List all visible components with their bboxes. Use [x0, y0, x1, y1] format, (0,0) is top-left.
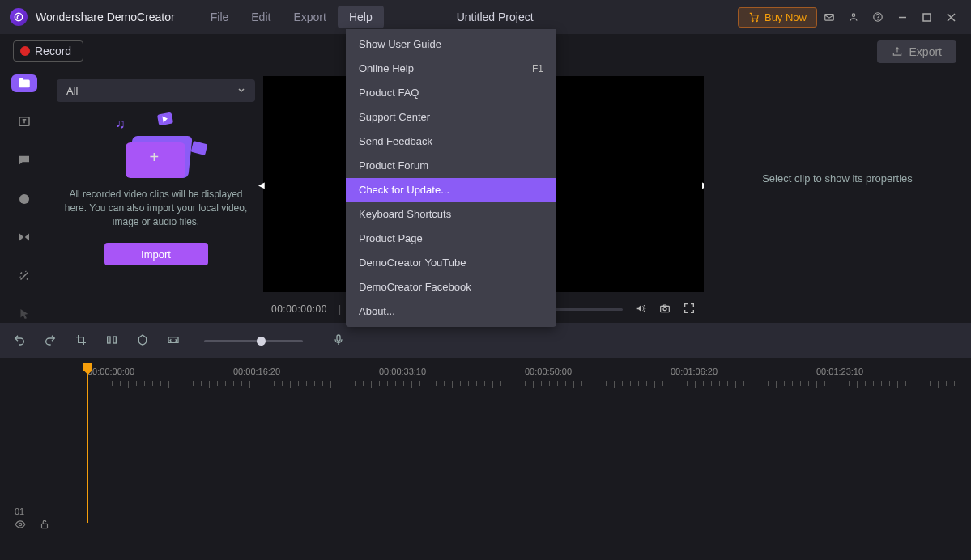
help-youtube[interactable]: DemoCreator YouTube: [346, 251, 556, 275]
minimize-button[interactable]: [890, 5, 914, 29]
help-keyboard-shortcuts[interactable]: Keyboard Shortcuts: [346, 202, 556, 227]
properties-panel: Export Select clip to show its propertie…: [704, 34, 971, 323]
help-product-page[interactable]: Product Page: [346, 227, 556, 251]
svg-point-1: [752, 20, 753, 22]
rail-media[interactable]: [11, 74, 37, 92]
timeline-toolbar: [0, 323, 971, 358]
rail-annotation[interactable]: [11, 151, 37, 169]
menu-file[interactable]: File: [199, 6, 241, 28]
marker-button[interactable]: [136, 333, 149, 349]
maximize-button[interactable]: [914, 5, 939, 29]
svg-point-12: [663, 307, 666, 310]
media-panel: All ♫ + All recorded video clips will be…: [49, 34, 263, 323]
app-name: Wondershare DemoCreator: [36, 11, 175, 23]
cart-icon: [748, 11, 760, 23]
redo-button[interactable]: [44, 333, 57, 349]
tracks-area[interactable]: 01: [0, 392, 971, 523]
ruler-label: 00:00:00:00: [87, 367, 134, 376]
ruler-label: 00:01:23:10: [816, 367, 863, 376]
split-button[interactable]: [105, 333, 118, 349]
close-button[interactable]: [939, 5, 963, 29]
zoom-slider[interactable]: [204, 340, 303, 342]
plus-icon: +: [150, 148, 160, 167]
svg-rect-16: [337, 335, 340, 341]
help-online-help[interactable]: Online HelpF1: [346, 57, 556, 81]
import-button[interactable]: Import: [104, 243, 208, 265]
rail-sticker[interactable]: [11, 190, 37, 208]
help-show-user-guide[interactable]: Show User Guide: [346, 32, 556, 57]
help-check-update[interactable]: Check for Update...: [346, 178, 556, 202]
help-icon[interactable]: [866, 5, 890, 29]
menu-help[interactable]: Help: [338, 6, 384, 28]
mic-button[interactable]: [332, 333, 345, 349]
rail-cursor[interactable]: [11, 305, 37, 323]
volume-icon[interactable]: [634, 302, 647, 317]
record-button[interactable]: Record: [13, 40, 83, 62]
help-send-feedback[interactable]: Send Feedback: [346, 129, 556, 154]
help-support-center[interactable]: Support Center: [346, 105, 556, 129]
ruler-label: 00:00:33:10: [379, 367, 426, 376]
prev-frame-arrow[interactable]: ◀: [258, 180, 265, 189]
ruler-label: 00:00:50:00: [525, 367, 572, 376]
rail-text[interactable]: [11, 113, 37, 131]
rail-effects[interactable]: [11, 267, 37, 285]
rail-transition[interactable]: [11, 228, 37, 246]
app-logo: [10, 8, 28, 26]
crop-button[interactable]: [75, 333, 87, 349]
track-lock-icon[interactable]: [39, 519, 50, 532]
help-product-forum[interactable]: Product Forum: [346, 154, 556, 178]
project-title: Untitled Project: [457, 11, 534, 23]
menu-edit[interactable]: Edit: [240, 6, 282, 28]
help-dropdown: Show User Guide Online HelpF1 Product FA…: [346, 29, 556, 327]
svg-rect-7: [923, 14, 931, 21]
svg-rect-13: [108, 337, 110, 343]
buy-now-label: Buy Now: [764, 11, 807, 23]
current-time: 00:00:00:00: [271, 303, 327, 315]
menu-export[interactable]: Export: [282, 6, 337, 28]
chevron-down-icon: [237, 87, 245, 95]
track-number: 01: [15, 507, 24, 516]
track-visibility-icon[interactable]: [15, 519, 26, 532]
side-rail: [0, 34, 49, 323]
media-filter-dropdown[interactable]: All: [57, 79, 255, 102]
media-hint-text: All recorded video clips will be display…: [57, 188, 255, 228]
music-note-icon: ♫: [116, 117, 126, 131]
export-label: Export: [909, 45, 942, 58]
svg-rect-14: [113, 337, 116, 343]
buy-now-button[interactable]: Buy Now: [738, 7, 817, 28]
folder-illustration: ♫ +: [124, 128, 189, 178]
record-dot-icon: [20, 46, 30, 56]
svg-rect-3: [825, 15, 834, 21]
svg-rect-18: [42, 524, 48, 528]
properties-hint: Select clip to show its properties: [762, 172, 913, 185]
timeline-ruler[interactable]: 00:00:00:00 00:00:16:20 00:00:33:10 00:0…: [0, 358, 971, 392]
aspect-button[interactable]: [167, 333, 180, 349]
svg-point-4: [852, 14, 855, 17]
ruler-label: 00:01:06:20: [671, 367, 718, 376]
user-icon[interactable]: [841, 5, 866, 29]
time-separator: |: [339, 303, 342, 315]
export-button[interactable]: Export: [877, 40, 956, 63]
svg-point-2: [756, 20, 758, 22]
help-about[interactable]: About...: [346, 299, 556, 324]
ruler-label: 00:00:16:20: [233, 367, 280, 376]
undo-button[interactable]: [13, 333, 26, 349]
clapboard-icon: [190, 141, 207, 155]
svg-point-6: [878, 19, 879, 20]
mail-icon[interactable]: [817, 5, 841, 29]
video-chip-icon: [156, 112, 172, 126]
export-icon: [892, 46, 903, 57]
snapshot-icon[interactable]: [658, 302, 671, 317]
media-filter-label: All: [66, 85, 78, 97]
fullscreen-icon[interactable]: [683, 302, 696, 317]
svg-point-0: [15, 13, 22, 20]
timeline[interactable]: 00:00:00:00 00:00:16:20 00:00:33:10 00:0…: [0, 358, 971, 560]
help-facebook[interactable]: DemoCreator Facebook: [346, 275, 556, 299]
record-label: Record: [35, 45, 71, 57]
help-product-faq[interactable]: Product FAQ: [346, 81, 556, 105]
svg-point-9: [19, 194, 29, 204]
svg-point-17: [19, 523, 22, 526]
